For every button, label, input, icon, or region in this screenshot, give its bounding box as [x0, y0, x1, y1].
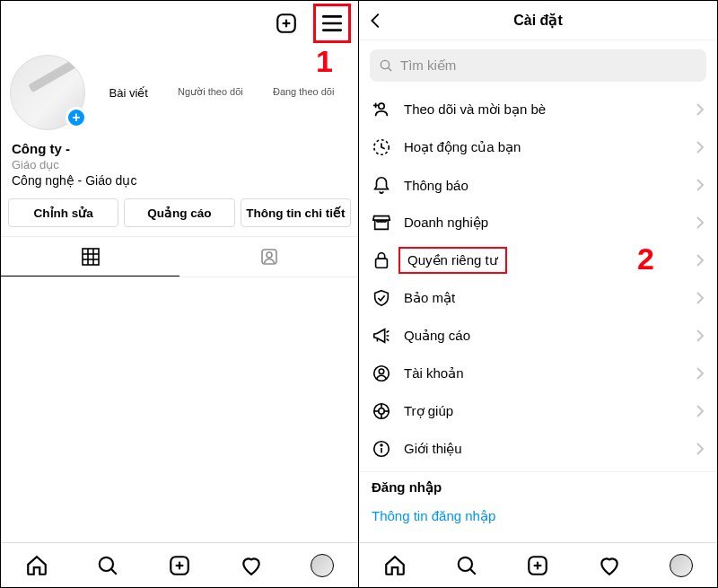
create-button[interactable]	[272, 9, 301, 38]
profile-description: Công nghệ - Giáo dục	[12, 173, 347, 188]
nav-create[interactable]	[168, 554, 191, 577]
profile-stats: Bài viết Người theo dõi Đang theo dõi	[94, 86, 349, 100]
tab-grid[interactable]	[1, 237, 180, 276]
follow-invite-icon	[372, 100, 391, 119]
chevron-right-icon	[696, 366, 705, 381]
settings-item-security[interactable]: Bảo mật	[359, 279, 717, 317]
help-icon	[372, 401, 391, 421]
svg-point-20	[379, 103, 384, 109]
promote-button[interactable]: Quảng cáo	[124, 198, 234, 227]
chevron-right-icon	[696, 442, 705, 456]
content-tabs	[1, 236, 358, 277]
settings-item-follow-invite[interactable]: Theo dõi và mời bạn bè	[359, 91, 717, 128]
shield-icon	[372, 288, 391, 308]
settings-item-ads[interactable]: Quảng cáo	[359, 317, 717, 355]
settings-item-help[interactable]: Trợ giúp	[359, 392, 717, 430]
empty-feed	[1, 277, 358, 542]
svg-point-12	[267, 252, 272, 258]
chevron-right-icon	[696, 291, 705, 305]
edit-profile-button[interactable]: Chỉnh sửa	[8, 198, 118, 227]
info-icon	[372, 439, 391, 459]
nav-profile[interactable]	[670, 554, 693, 577]
nav-home[interactable]	[25, 554, 48, 577]
account-icon	[372, 364, 391, 383]
svg-line-37	[469, 568, 475, 574]
profile-screen: 1 + Bài viết Người theo dõi Đang theo dõ…	[1, 1, 359, 587]
search-placeholder: Tìm kiếm	[400, 57, 456, 74]
chevron-right-icon	[696, 329, 705, 343]
nav-create[interactable]	[526, 554, 549, 577]
svg-point-35	[381, 444, 382, 446]
svg-point-18	[381, 60, 389, 68]
chevron-right-icon	[696, 404, 705, 418]
svg-rect-6	[83, 249, 99, 265]
nav-search[interactable]	[96, 554, 119, 577]
settings-item-privacy[interactable]: Quyền riêng tư 2	[359, 241, 717, 279]
bell-icon	[372, 175, 391, 195]
svg-rect-24	[376, 259, 388, 268]
settings-item-login-info[interactable]: Thông tin đăng nhập	[359, 499, 717, 533]
svg-point-13	[100, 557, 113, 570]
settings-title: Cài đặt	[513, 12, 562, 29]
tab-tagged[interactable]	[180, 237, 358, 276]
megaphone-icon	[372, 326, 391, 346]
chevron-right-icon	[696, 215, 705, 230]
svg-line-14	[111, 568, 117, 574]
profile-title: Công ty -	[12, 141, 347, 156]
annotation-2: 2	[637, 241, 654, 276]
profile-category: Giáo dục	[12, 158, 347, 171]
stat-followers[interactable]: Người theo dõi	[178, 86, 243, 100]
nav-home[interactable]	[383, 554, 407, 577]
chevron-right-icon	[696, 140, 705, 154]
svg-point-36	[458, 557, 471, 570]
bottom-nav	[1, 542, 358, 587]
shop-icon	[372, 213, 391, 233]
settings-list: Theo dõi và mời bạn bè Hoạt động của bạn…	[359, 91, 717, 542]
back-button[interactable]	[366, 11, 386, 31]
settings-search[interactable]: Tìm kiếm	[370, 49, 706, 82]
settings-item-business[interactable]: Doanh nghiệp	[359, 204, 717, 241]
add-story-icon[interactable]: +	[66, 107, 87, 128]
profile-header: + Bài viết Người theo dõi Đang theo dõi	[1, 46, 358, 137]
bottom-nav-right	[359, 542, 717, 587]
menu-button-highlight	[313, 4, 351, 43]
nav-search[interactable]	[455, 554, 478, 577]
chevron-right-icon	[696, 178, 705, 192]
profile-actions: Chỉnh sửa Quảng cáo Thông tin chi tiết	[1, 189, 358, 236]
settings-item-about[interactable]: Giới thiệu	[359, 430, 717, 468]
activity-icon	[372, 137, 391, 157]
svg-point-28	[379, 408, 384, 414]
privacy-highlight-box: Quyền riêng tư	[398, 247, 507, 274]
settings-header: Cài đặt	[359, 1, 717, 40]
search-icon	[379, 58, 393, 73]
settings-item-account[interactable]: Tài khoản	[359, 355, 717, 392]
settings-screen: Cài đặt Tìm kiếm Theo dõi và mời bạn bè …	[359, 1, 717, 587]
chevron-right-icon	[696, 102, 705, 117]
stat-posts[interactable]: Bài viết	[109, 86, 148, 100]
profile-avatar[interactable]: +	[10, 55, 85, 130]
profile-topbar: 1	[1, 1, 358, 46]
settings-item-notifications[interactable]: Thông báo	[359, 166, 717, 204]
nav-activity[interactable]	[598, 554, 621, 577]
stat-following[interactable]: Đang theo dõi	[273, 86, 335, 100]
settings-item-activity[interactable]: Hoạt động của bạn	[359, 128, 717, 166]
lock-icon	[372, 250, 391, 270]
nav-profile[interactable]	[311, 554, 334, 577]
nav-activity[interactable]	[240, 554, 263, 577]
login-section-label: Đăng nhập	[359, 471, 717, 499]
profile-info: Công ty - Giáo dục Công nghệ - Giáo dục	[1, 137, 358, 189]
svg-line-19	[388, 67, 391, 71]
chevron-right-icon	[696, 253, 705, 268]
insights-button[interactable]: Thông tin chi tiết	[241, 198, 351, 227]
menu-button[interactable]	[318, 9, 346, 38]
svg-point-26	[379, 369, 384, 374]
